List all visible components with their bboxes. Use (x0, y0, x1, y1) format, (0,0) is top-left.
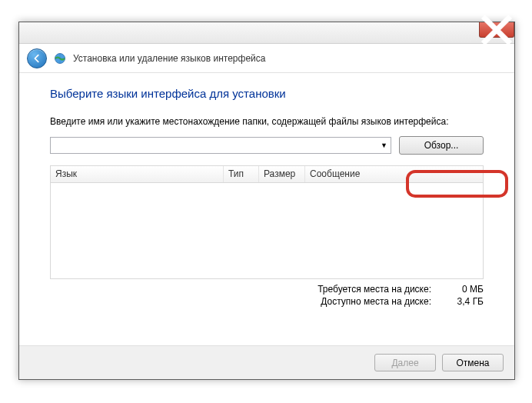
footer-bar: Далее Отмена (19, 345, 514, 379)
header-bar: Установка или удаление языков интерфейса (19, 44, 514, 73)
column-size[interactable]: Размер (259, 166, 305, 182)
languages-grid: Язык Тип Размер Сообщение (50, 165, 484, 279)
dropdown-arrow-icon[interactable]: ▼ (377, 138, 391, 153)
grid-body (51, 183, 483, 278)
browse-button[interactable]: Обзор... (399, 136, 484, 155)
disk-info: Требуется места на диске: 0 МБ Доступно … (50, 284, 484, 307)
disk-available-value: 3,4 ГБ (448, 296, 484, 307)
path-row: ▼ Обзор... (50, 136, 484, 155)
cancel-button[interactable]: Отмена (442, 354, 504, 371)
next-button: Далее (374, 354, 436, 371)
instruction-text: Введите имя или укажите местонахождение … (50, 115, 484, 128)
disk-required-value: 0 МБ (448, 284, 484, 295)
window-title: Установка или удаление языков интерфейса (73, 53, 265, 64)
disk-required-label: Требуется места на диске: (318, 284, 431, 295)
wizard-window: Установка или удаление языков интерфейса… (18, 22, 515, 380)
path-input[interactable] (51, 138, 377, 153)
grid-header: Язык Тип Размер Сообщение (51, 166, 483, 183)
content-area: Выберите языки интерфейса для установки … (19, 73, 514, 315)
close-button[interactable] (479, 22, 514, 38)
back-button[interactable] (27, 48, 47, 68)
column-message[interactable]: Сообщение (305, 166, 483, 182)
globe-icon (53, 52, 67, 65)
titlebar (19, 22, 514, 44)
page-heading: Выберите языки интерфейса для установки (50, 87, 484, 100)
disk-available-label: Доступно места на диске: (321, 296, 431, 307)
path-combobox[interactable]: ▼ (50, 137, 391, 154)
column-type[interactable]: Тип (224, 166, 259, 182)
column-language[interactable]: Язык (51, 166, 224, 182)
